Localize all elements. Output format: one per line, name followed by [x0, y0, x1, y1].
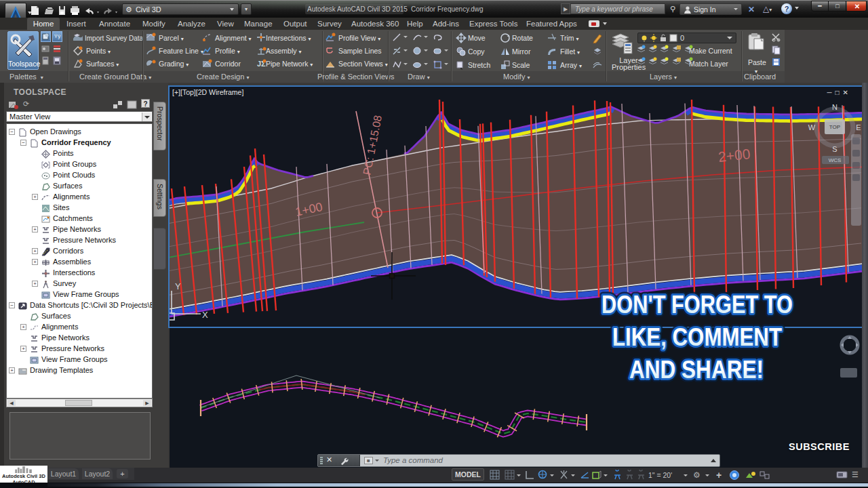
svg-text:W: W [808, 123, 816, 131]
svg-text:TOP: TOP [829, 124, 840, 130]
svg-text:N: N [832, 103, 837, 111]
svg-text:X: X [202, 310, 208, 320]
svg-text:E: E [856, 123, 861, 131]
svg-text:WCS: WCS [829, 157, 842, 163]
svg-text:2+00: 2+00 [717, 146, 751, 165]
svg-text:S: S [832, 145, 837, 153]
svg-text:Y: Y [175, 281, 181, 291]
